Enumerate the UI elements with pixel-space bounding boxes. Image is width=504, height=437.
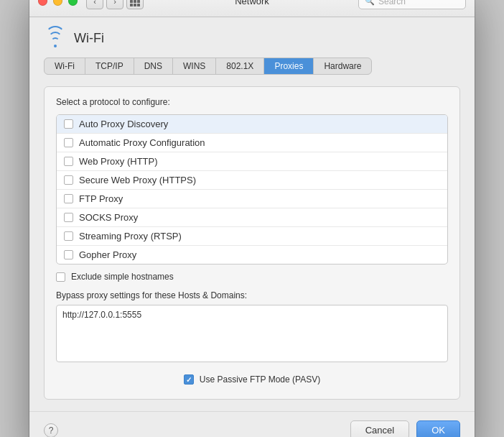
auto-proxy-config-checkbox[interactable] — [64, 138, 73, 147]
list-item[interactable]: Automatic Proxy Configuration — [57, 134, 447, 152]
passive-ftp-label: Use Passive FTP Mode (PASV) — [200, 374, 320, 385]
protocol-name: Automatic Proxy Configuration — [79, 137, 205, 148]
tab-hardware[interactable]: Hardware — [314, 58, 371, 74]
footer-buttons: Cancel OK — [350, 420, 460, 437]
list-item[interactable]: Streaming Proxy (RTSP) — [57, 227, 447, 246]
list-item[interactable]: FTP Proxy — [57, 190, 447, 208]
forward-button[interactable]: › — [106, 0, 123, 9]
search-box[interactable]: 🔍 — [358, 0, 466, 9]
list-item[interactable]: Gopher Proxy — [57, 246, 447, 264]
protocol-select-label: Select a protocol to configure: — [56, 97, 448, 107]
exclude-hostnames-label: Exclude simple hostnames — [71, 272, 174, 282]
tab-tcpip[interactable]: TCP/IP — [85, 58, 134, 74]
secure-web-proxy-checkbox[interactable] — [64, 175, 73, 185]
tab-8021x[interactable]: 802.1X — [216, 58, 264, 74]
nav-buttons: ‹ › — [86, 0, 123, 9]
ok-button[interactable]: OK — [416, 420, 460, 437]
window-title: Network — [235, 0, 269, 6]
bypass-label: Bypass proxy settings for these Hosts & … — [56, 290, 448, 300]
protocol-name: Auto Proxy Discovery — [79, 119, 168, 129]
exclude-hostnames-row: Exclude simple hostnames — [56, 272, 448, 282]
grid-icon — [130, 0, 140, 6]
wifi-label: Wi-Fi — [74, 31, 104, 46]
protocol-name: Streaming Proxy (RTSP) — [79, 231, 182, 242]
auto-proxy-discovery-checkbox[interactable] — [64, 119, 73, 129]
wifi-icon — [44, 29, 67, 47]
search-input[interactable] — [378, 0, 459, 6]
maximize-button[interactable] — [68, 0, 78, 6]
grid-button[interactable] — [126, 0, 144, 9]
web-proxy-checkbox[interactable] — [64, 157, 73, 166]
cancel-button[interactable]: Cancel — [350, 420, 409, 437]
protocol-list: Auto Proxy Discovery Automatic Proxy Con… — [56, 114, 448, 264]
list-item[interactable]: SOCKS Proxy — [57, 208, 447, 227]
socks-proxy-checkbox[interactable] — [64, 213, 73, 222]
main-content: Wi-Fi Wi-Fi TCP/IP DNS WINS 802.1X Proxi… — [29, 17, 475, 411]
bypass-textarea[interactable]: http://127.0.0.1:5555 — [56, 305, 448, 362]
protocol-name: Gopher Proxy — [79, 249, 136, 260]
passive-ftp-row: Use Passive FTP Mode (PASV) — [56, 374, 448, 385]
tab-wifi[interactable]: Wi-Fi — [45, 58, 85, 74]
titlebar: ‹ › Network 🔍 — [29, 0, 475, 17]
exclude-hostnames-checkbox[interactable] — [56, 272, 65, 282]
streaming-proxy-checkbox[interactable] — [64, 231, 73, 241]
passive-ftp-checkbox[interactable] — [184, 374, 194, 385]
tab-bar: Wi-Fi TCP/IP DNS WINS 802.1X Proxies Har… — [44, 58, 372, 75]
back-button[interactable]: ‹ — [86, 0, 103, 9]
footer: ? Cancel OK — [29, 411, 475, 437]
ftp-proxy-checkbox[interactable] — [64, 194, 73, 203]
list-item[interactable]: Secure Web Proxy (HTTPS) — [57, 171, 447, 190]
minimize-button[interactable] — [53, 0, 62, 6]
proxies-panel: Select a protocol to configure: Auto Pro… — [44, 86, 460, 400]
list-item[interactable]: Auto Proxy Discovery — [57, 115, 447, 134]
tab-wins[interactable]: WINS — [173, 58, 216, 74]
help-button[interactable]: ? — [44, 423, 58, 438]
close-button[interactable] — [38, 0, 47, 6]
gopher-proxy-checkbox[interactable] — [64, 250, 73, 259]
wifi-header: Wi-Fi — [44, 29, 460, 47]
search-icon: 🔍 — [365, 0, 375, 6]
traffic-lights — [38, 0, 78, 6]
protocol-name: FTP Proxy — [79, 193, 123, 204]
tab-dns[interactable]: DNS — [134, 58, 173, 74]
protocol-name: Secure Web Proxy (HTTPS) — [79, 175, 196, 185]
network-preferences-window: ‹ › Network 🔍 Wi-Fi — [29, 0, 475, 437]
tab-proxies[interactable]: Proxies — [264, 58, 314, 74]
list-item[interactable]: Web Proxy (HTTP) — [57, 152, 447, 171]
protocol-name: Web Proxy (HTTP) — [79, 156, 158, 167]
protocol-name: SOCKS Proxy — [79, 212, 138, 223]
